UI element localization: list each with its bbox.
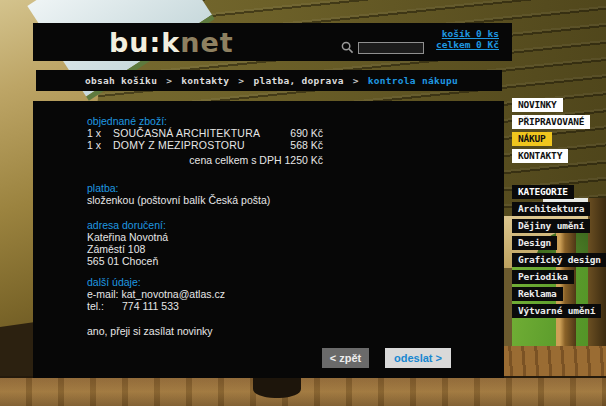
breadcrumb-separator: >: [353, 75, 359, 86]
sidebar-item-pripravovane[interactable]: PŘIPRAVOVANÉ: [512, 115, 590, 129]
categories-header: KATEGORIE: [512, 185, 574, 199]
logo-text-light: net: [180, 27, 233, 58]
site-logo[interactable]: bu:knet: [109, 29, 234, 56]
order-items-table: 1 x SOUČASNÁ ARCHITEKTURA 690 Kč 1 x DOM…: [87, 127, 323, 166]
delivery-address-section: adresa doručení: Kateřina Novotná Záměst…: [87, 219, 504, 267]
category-periodika[interactable]: Periodika: [512, 270, 574, 284]
order-item-row: 1 x SOUČASNÁ ARCHITEKTURA 690 Kč: [87, 127, 323, 139]
breadcrumb-item-review-active[interactable]: kontrola nákupu: [368, 75, 458, 86]
order-review-panel: objednané zboží: 1 x SOUČASNÁ ARCHITEKTU…: [33, 101, 504, 378]
ordered-goods-label: objednané zboží:: [87, 115, 504, 127]
cart-total-link[interactable]: celkem 0 Kč: [436, 39, 499, 50]
other-details-section: další údaje: e-mail: kat_novotna@atlas.c…: [87, 276, 504, 312]
details-label: další údaje:: [87, 276, 504, 288]
breadcrumb-separator: >: [238, 75, 244, 86]
breadcrumb-item-contacts[interactable]: kontakty: [181, 75, 229, 86]
address-street: Záměstí 108: [87, 243, 504, 255]
category-design[interactable]: Design: [512, 236, 557, 250]
item-price: 568 Kč: [290, 139, 323, 151]
sidebar-item-novinky[interactable]: NOVINKY: [512, 98, 563, 112]
bg-floor-object: [253, 378, 301, 398]
order-total: cena celkem s DPH 1250 Kč: [87, 154, 323, 166]
cart-summary: košík 0 ks celkem 0 Kč: [436, 28, 499, 50]
category-architektura[interactable]: Architektura: [512, 202, 590, 216]
ordered-goods-section: objednané zboží: 1 x SOUČASNÁ ARCHITEKTU…: [87, 115, 504, 166]
email-line: e-mail: kat_novotna@atlas.cz: [87, 288, 504, 300]
item-name: SOUČASNÁ ARCHITEKTURA: [113, 127, 290, 139]
breadcrumb-item-cart[interactable]: obsah košíku: [85, 75, 157, 86]
sidebar: NOVINKY PŘIPRAVOVANÉ NÁKUP KONTAKTY KATE…: [512, 98, 606, 318]
cart-count-link[interactable]: košík 0 ks: [436, 28, 499, 39]
category-graficky-design[interactable]: Grafický design: [512, 253, 606, 267]
sidebar-item-kontakty[interactable]: KONTAKTY: [512, 149, 568, 163]
page: bu:knet košík 0 ks celkem 0 Kč obsah koš…: [0, 0, 606, 406]
payment-method: složenkou (poštovní balík Česká pošta): [87, 194, 504, 206]
payment-label: platba:: [87, 182, 504, 194]
header-bar: bu:knet košík 0 ks celkem 0 Kč: [33, 23, 512, 61]
item-price: 690 Kč: [290, 127, 323, 139]
back-button[interactable]: < zpět: [322, 348, 369, 368]
search-group: [341, 41, 424, 54]
phone-line: tel.: 774 111 533: [87, 300, 504, 312]
breadcrumb-item-payment[interactable]: platba, doprava: [253, 75, 343, 86]
category-dejiny-umeni[interactable]: Dějiny umění: [512, 219, 590, 233]
address-label: adresa doručení:: [87, 219, 504, 231]
search-icon[interactable]: [341, 41, 354, 54]
phone-label: tel.:: [87, 300, 122, 312]
breadcrumb: obsah košíku > kontakty > platba, doprav…: [36, 70, 502, 91]
item-quantity: 1 x: [87, 127, 113, 139]
order-item-row: 1 x DOMY Z MEZIPROSTORU 568 Kč: [87, 139, 323, 151]
sidebar-item-nakup-active[interactable]: NÁKUP: [512, 132, 552, 146]
bg-floor: [0, 376, 606, 406]
item-name: DOMY Z MEZIPROSTORU: [113, 139, 290, 151]
category-vytvarne-umeni[interactable]: Výtvarné umění: [512, 304, 601, 318]
phone-value: 774 111 533: [122, 300, 179, 312]
logo-text-bold: bu:k: [109, 27, 180, 58]
category-reklama[interactable]: Reklama: [512, 287, 563, 301]
payment-section: platba: složenkou (poštovní balík Česká …: [87, 182, 504, 206]
address-city: 565 01 Choceň: [87, 255, 504, 267]
breadcrumb-separator: >: [166, 75, 172, 86]
submit-order-button[interactable]: odeslat >: [385, 348, 451, 368]
search-input[interactable]: [358, 42, 424, 54]
newsletter-optin-text: ano, přeji si zasílat novinky: [87, 325, 504, 337]
item-quantity: 1 x: [87, 139, 113, 151]
address-name: Kateřina Novotná: [87, 231, 504, 243]
